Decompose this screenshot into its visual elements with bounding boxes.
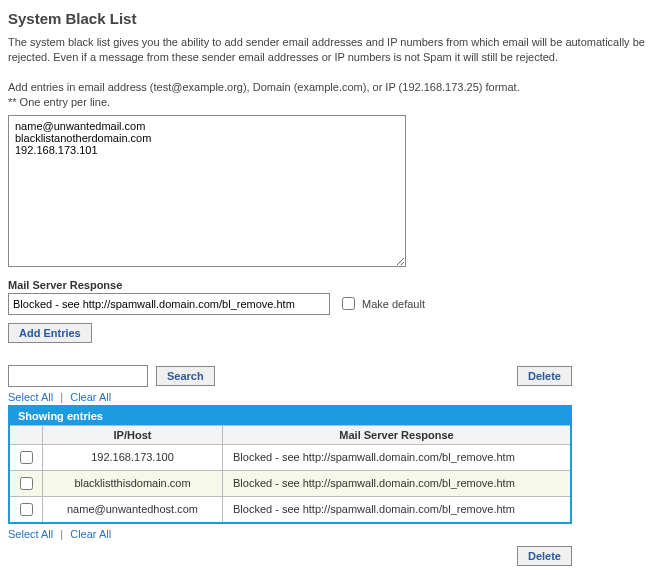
table-row: name@unwantedhost.comBlocked - see http:… [9, 496, 571, 523]
row-response: Blocked - see http://spamwall.domain.com… [223, 496, 572, 523]
row-iphost: 192.168.173.100 [43, 444, 223, 470]
hint-line1: Add entries in email address (test@examp… [8, 81, 520, 93]
entries-table: Showing entries IP/Host Mail Server Resp… [8, 405, 572, 524]
response-input[interactable] [8, 293, 330, 315]
table-row: blacklistthisdomain.comBlocked - see htt… [9, 470, 571, 496]
select-links-top: Select All | Clear All [8, 391, 652, 403]
row-response: Blocked - see http://spamwall.domain.com… [223, 470, 572, 496]
row-checkbox-cell [9, 470, 43, 496]
make-default-label: Make default [362, 298, 425, 310]
delete-button-top[interactable]: Delete [517, 366, 572, 386]
row-iphost: blacklistthisdomain.com [43, 470, 223, 496]
make-default-wrap[interactable]: Make default [338, 294, 425, 313]
clear-all-link-top[interactable]: Clear All [70, 391, 111, 403]
row-checkbox[interactable] [20, 477, 33, 490]
table-banner: Showing entries [9, 406, 571, 426]
entries-textarea[interactable] [8, 115, 406, 267]
search-button[interactable]: Search [156, 366, 215, 386]
link-separator: | [60, 528, 63, 540]
table-row: 192.168.173.100Blocked - see http://spam… [9, 444, 571, 470]
hint-text: Add entries in email address (test@examp… [8, 80, 652, 111]
search-input[interactable] [8, 365, 148, 387]
make-default-checkbox[interactable] [342, 297, 355, 310]
description-text: The system black list gives you the abil… [8, 35, 652, 66]
row-response: Blocked - see http://spamwall.domain.com… [223, 444, 572, 470]
response-label: Mail Server Response [8, 279, 652, 291]
page-title: System Black List [8, 10, 652, 27]
link-separator: | [60, 391, 63, 403]
row-checkbox[interactable] [20, 451, 33, 464]
row-iphost: name@unwantedhost.com [43, 496, 223, 523]
select-links-bottom: Select All | Clear All [8, 528, 652, 540]
col-checkbox-header [9, 425, 43, 444]
row-checkbox-cell [9, 444, 43, 470]
col-iphost-header: IP/Host [43, 425, 223, 444]
row-checkbox-cell [9, 496, 43, 523]
add-entries-button[interactable]: Add Entries [8, 323, 92, 343]
select-all-link-top[interactable]: Select All [8, 391, 53, 403]
col-response-header: Mail Server Response [223, 425, 572, 444]
hint-line2: ** One entry per line. [8, 96, 110, 108]
row-checkbox[interactable] [20, 503, 33, 516]
select-all-link-bottom[interactable]: Select All [8, 528, 53, 540]
clear-all-link-bottom[interactable]: Clear All [70, 528, 111, 540]
delete-button-bottom[interactable]: Delete [517, 546, 572, 566]
